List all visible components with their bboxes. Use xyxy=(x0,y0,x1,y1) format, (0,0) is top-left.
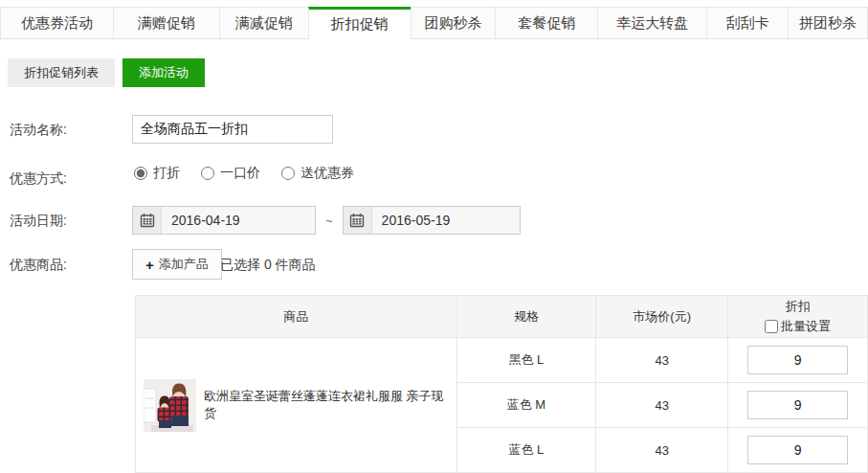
add-product-button[interactable]: + 添加产品 xyxy=(132,249,222,280)
col-header-product: 商品 xyxy=(136,296,457,338)
tab-full-gift-promo[interactable]: 满赠促销 xyxy=(113,7,220,38)
sub-tab-bar: 折扣促销列表 添加活动 xyxy=(8,58,205,87)
discount-method-group: 打折 一口价 送优惠券 xyxy=(134,165,354,182)
discount-cell xyxy=(728,428,868,473)
spec-cell: 蓝色 M xyxy=(456,383,596,428)
discount-header-label: 折扣 xyxy=(786,298,811,315)
plus-icon: + xyxy=(145,258,154,272)
discount-input[interactable] xyxy=(747,391,848,419)
col-header-discount: 折扣 批量设置 xyxy=(728,296,868,338)
radio-songyouhuiquan-input[interactable] xyxy=(281,167,295,180)
products-table: 商品 规格 市场价(元) 折扣 批量设置 xyxy=(135,295,868,473)
radio-yikoujia-label: 一口价 xyxy=(220,165,260,182)
product-thumbnail xyxy=(144,379,196,432)
price-cell: 43 xyxy=(596,383,728,428)
table-header-row: 商品 规格 市场价(元) 折扣 批量设置 xyxy=(136,296,868,338)
activity-name-input[interactable] xyxy=(132,115,333,144)
radio-option-dazhe[interactable]: 打折 xyxy=(134,165,180,182)
tab-lucky-wheel[interactable]: 幸运大转盘 xyxy=(597,7,707,38)
selected-count-text: 已选择 0 件商品 xyxy=(220,257,316,274)
activity-name-label: 活动名称: xyxy=(10,122,67,139)
subtab-add-activity[interactable]: 添加活动 xyxy=(122,58,205,87)
discount-promotion-page: 优惠券活动 满赠促销 满减促销 折扣促销 团购秒杀 套餐促销 幸运大转盘 刮刮卡… xyxy=(0,0,868,473)
batch-set-control[interactable]: 批量设置 xyxy=(765,318,831,335)
date-separator: ~ xyxy=(325,214,333,228)
main-tab-bar: 优惠券活动 满赠促销 满减促销 折扣促销 团购秒杀 套餐促销 幸运大转盘 刮刮卡… xyxy=(0,0,868,39)
tab-group-seckill[interactable]: 团购秒杀 xyxy=(411,7,497,38)
date-range: 2016-04-19 ~ 2016-05-19 xyxy=(132,206,521,235)
batch-set-label: 批量设置 xyxy=(781,318,831,335)
add-product-button-label: 添加产品 xyxy=(159,256,209,273)
discount-input[interactable] xyxy=(747,436,848,464)
table-row: 欧洲皇室圣诞蕾丝蓬蓬连衣裙礼服服 亲子现货 黑色 L 43 xyxy=(136,338,868,383)
col-header-price: 市场价(元) xyxy=(596,296,728,338)
discount-input[interactable] xyxy=(747,346,848,374)
tab-pintuan-seckill[interactable]: 拼团秒杀 xyxy=(788,7,868,38)
spec-cell: 蓝色 L xyxy=(456,428,596,473)
activity-date-label: 活动日期: xyxy=(10,213,67,230)
tab-coupon-activity[interactable]: 优惠券活动 xyxy=(0,7,114,38)
price-cell: 43 xyxy=(596,338,728,383)
discount-method-label: 优惠方式: xyxy=(10,170,67,188)
radio-option-songyouhuiquan[interactable]: 送优惠券 xyxy=(281,165,354,182)
tab-full-reduction-promo[interactable]: 满减促销 xyxy=(219,7,309,38)
end-date-value: 2016-05-19 xyxy=(372,213,460,228)
promo-products-label: 优惠商品: xyxy=(10,257,67,274)
tab-scratch-card[interactable]: 刮刮卡 xyxy=(706,7,789,38)
calendar-icon[interactable] xyxy=(133,207,162,234)
calendar-icon[interactable] xyxy=(344,207,372,234)
col-header-spec: 规格 xyxy=(456,296,596,338)
discount-cell xyxy=(728,383,868,428)
end-date-field[interactable]: 2016-05-19 xyxy=(343,206,521,235)
radio-dazhe-input[interactable] xyxy=(134,167,147,180)
radio-yikoujia-input[interactable] xyxy=(201,167,214,180)
tab-discount-promo[interactable]: 折扣促销 xyxy=(308,7,412,39)
start-date-value: 2016-04-19 xyxy=(162,213,250,228)
batch-set-checkbox[interactable] xyxy=(765,320,778,333)
tab-package-promo[interactable]: 套餐促销 xyxy=(495,7,598,38)
radio-songyouhuiquan-label: 送优惠券 xyxy=(300,165,354,182)
subtab-discount-list[interactable]: 折扣促销列表 xyxy=(8,58,115,87)
radio-option-yikoujia[interactable]: 一口价 xyxy=(201,165,260,182)
discount-cell xyxy=(728,338,868,383)
price-cell: 43 xyxy=(596,428,728,473)
radio-dazhe-label: 打折 xyxy=(153,165,180,182)
product-title: 欧洲皇室圣诞蕾丝蓬蓬连衣裙礼服服 亲子现货 xyxy=(204,388,449,422)
spec-cell: 黑色 L xyxy=(456,338,596,383)
start-date-field[interactable]: 2016-04-19 xyxy=(132,206,316,235)
product-cell: 欧洲皇室圣诞蕾丝蓬蓬连衣裙礼服服 亲子现货 xyxy=(136,338,457,473)
